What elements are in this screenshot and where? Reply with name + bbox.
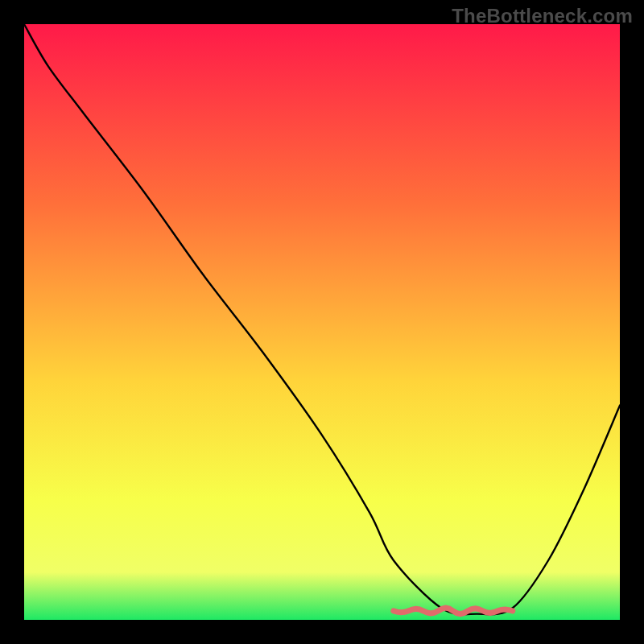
- bottleneck-chart: [0, 0, 644, 644]
- chart-frame: TheBottleneck.com: [0, 0, 644, 644]
- plot-gradient-bg: [24, 24, 620, 620]
- watermark-text: TheBottleneck.com: [452, 5, 633, 27]
